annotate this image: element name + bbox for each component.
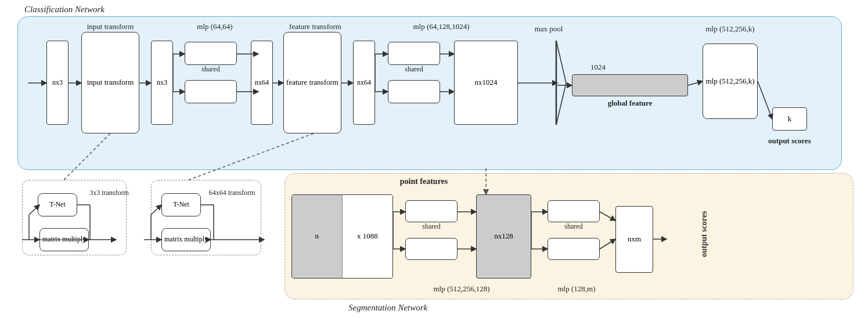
seg-mlp2-box-top xyxy=(548,200,600,222)
input-transform-box: input transform xyxy=(81,32,139,133)
segmentation-network-label: Segmentation Network xyxy=(348,303,427,313)
shared1-label: shared xyxy=(185,65,237,74)
output-scores-seg-label: output scores xyxy=(700,182,709,257)
matrix-multiply-2-box: matrix multiply xyxy=(161,228,211,251)
mlp1-box-bottom xyxy=(185,80,237,103)
nx3-box-2: nx3 xyxy=(151,41,173,125)
transform-3x3-label: 3x3 transform xyxy=(83,189,135,197)
nx3-box-1: nx3 xyxy=(46,41,69,125)
nx64-box-1: nx64 xyxy=(251,41,273,125)
diagram-container: Classification Network Segmentation Netw… xyxy=(0,0,868,318)
seg-mlp1-box-bottom xyxy=(405,238,458,260)
feature-transform-box: feature transform xyxy=(283,32,341,133)
global-feature-bar xyxy=(572,74,688,96)
mlp2-label: mlp (64,128,1024) xyxy=(386,22,496,31)
k-box: k xyxy=(772,107,807,131)
nxm-box: nxm xyxy=(615,206,653,273)
nx1088-box: n x 1088 xyxy=(291,194,393,279)
val-1024-label: 1024 xyxy=(581,63,615,72)
shared-seg2-label: shared xyxy=(548,222,600,231)
shared-seg1-label: shared xyxy=(405,222,458,231)
mlp3-label: mlp (512,256,k) xyxy=(697,24,763,34)
nx64-box-2: nx64 xyxy=(353,41,375,125)
tnet1-box: T-Net xyxy=(38,193,77,216)
nx128-box: nx128 xyxy=(476,194,531,279)
mlp-seg1-label: mlp (512,256,128) xyxy=(406,284,517,294)
seg-mlp2-box-bottom xyxy=(548,238,600,260)
point-features-label: point features xyxy=(377,177,470,186)
input-transform-top-label: input transform xyxy=(81,22,139,31)
mlp3-box: mlp (512,256,k) xyxy=(703,44,758,119)
matrix-multiply-1-box: matrix multiply xyxy=(39,228,89,251)
seg-mlp1-box-top xyxy=(405,200,458,222)
transform-64x64-label: 64x64 transform xyxy=(204,189,260,197)
feature-transform-top-label: feature transform xyxy=(283,22,347,31)
classification-network-label: Classification Network xyxy=(24,5,105,15)
global-feature-label: global feature xyxy=(572,99,688,108)
shared2-label: shared xyxy=(388,65,440,74)
mlp-seg2-label: mlp (128,m) xyxy=(545,284,608,294)
mlp2-box-bottom xyxy=(388,80,440,103)
max-pool-label: max pool xyxy=(531,24,566,34)
nx1024-box: nx1024 xyxy=(454,41,518,125)
mlp2-box-top xyxy=(388,42,440,65)
mlp1-box-top xyxy=(185,42,237,65)
tnet2-box: T-Net xyxy=(161,193,201,216)
mlp1-label: mlp (64,64) xyxy=(183,22,247,31)
output-scores-top-label: output scores xyxy=(758,136,822,146)
